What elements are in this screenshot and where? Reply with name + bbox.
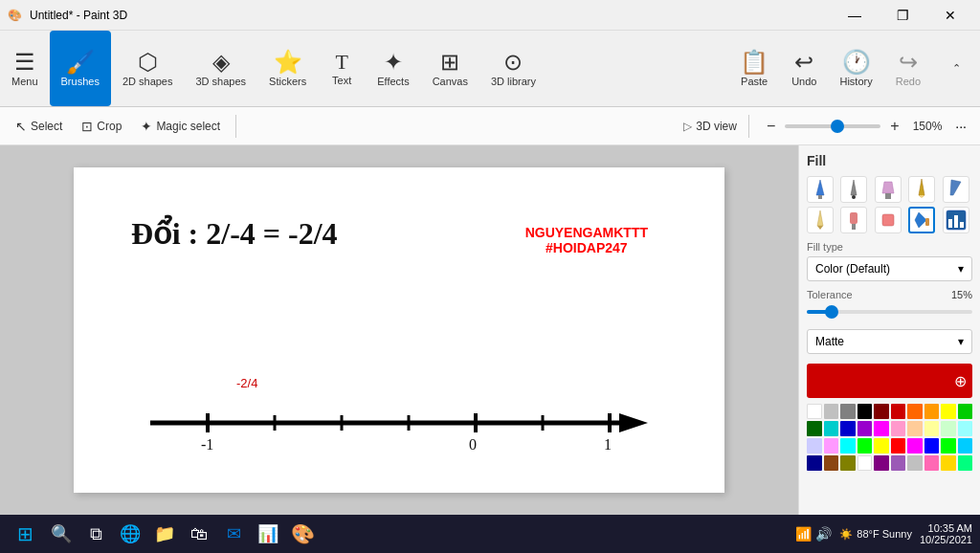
color-cell[interactable] (958, 421, 973, 436)
color-cell[interactable] (807, 404, 822, 419)
select-tool[interactable]: ↖ Select (8, 115, 70, 138)
color-cell[interactable] (840, 404, 856, 419)
color-cell[interactable] (807, 438, 822, 453)
eyedropper-button[interactable]: ⊕ (954, 372, 967, 390)
brush-oil[interactable] (807, 207, 834, 233)
color-cell[interactable] (858, 421, 873, 436)
brush-spray[interactable] (840, 207, 867, 233)
color-cell[interactable] (858, 455, 873, 471)
taskview-taskbar-icon[interactable]: ⧉ (80, 519, 111, 549)
store-taskbar-icon[interactable]: 🛍 (184, 519, 214, 549)
powerpoint-taskbar-icon[interactable]: 📊 (253, 519, 283, 549)
brush-marker[interactable] (807, 176, 834, 203)
color-cell[interactable] (941, 421, 956, 436)
mail-taskbar-icon[interactable]: ✉ (218, 519, 249, 549)
color-cell[interactable] (924, 455, 940, 471)
color-cell[interactable] (874, 421, 889, 436)
history-button[interactable]: 🕐 History (828, 31, 883, 106)
color-cell[interactable] (907, 438, 923, 453)
color-cell[interactable] (958, 404, 973, 419)
color-cell[interactable] (840, 421, 856, 436)
explorer-taskbar-icon[interactable]: 📁 (149, 519, 180, 549)
matte-select[interactable]: Matte ▾ (807, 329, 972, 354)
color-cell[interactable] (907, 404, 923, 419)
zoom-slider[interactable] (785, 124, 880, 128)
search-taskbar-icon[interactable]: 🔍 (46, 519, 77, 549)
color-cell[interactable] (807, 421, 822, 436)
text-tab[interactable]: T Text (318, 31, 366, 106)
brushes-label: Brushes (61, 76, 100, 87)
color-cell[interactable] (924, 421, 940, 436)
brush-calligraphy[interactable] (943, 176, 969, 203)
brush-fill[interactable] (908, 207, 935, 233)
tolerance-slider[interactable] (807, 304, 972, 320)
color-cell[interactable] (874, 404, 889, 419)
color-cell[interactable] (958, 455, 973, 471)
brush-pen[interactable] (840, 176, 867, 203)
color-cell[interactable] (807, 455, 822, 471)
menu-button[interactable]: ☰ Menu (0, 31, 50, 106)
minimize-button[interactable]: — (833, 0, 877, 31)
color-cell[interactable] (941, 455, 956, 471)
close-button[interactable]: ✕ (928, 0, 972, 31)
more-options-button[interactable]: ··· (949, 117, 972, 136)
magic-select-tool[interactable]: ✦ Magic select (133, 115, 228, 138)
fill-type-select[interactable]: Color (Default) ▾ (807, 256, 972, 281)
color-cell[interactable] (824, 438, 839, 453)
color-cell[interactable] (824, 421, 839, 436)
number-line-label: -2/4 (236, 376, 677, 390)
brush-pencil[interactable] (908, 176, 935, 203)
color-cell[interactable] (874, 455, 889, 471)
brush-watercolor[interactable] (875, 176, 902, 203)
color-cell[interactable] (891, 421, 906, 436)
color-cell[interactable] (858, 404, 873, 419)
color-cell[interactable] (824, 455, 839, 471)
brushes-tab[interactable]: 🖌️ Brushes (50, 31, 111, 106)
edge-taskbar-icon[interactable]: 🌐 (115, 519, 145, 549)
brush-eraser[interactable] (875, 207, 902, 233)
brush-chart[interactable] (943, 207, 969, 233)
color-cell[interactable] (840, 455, 856, 471)
color-cell[interactable] (924, 404, 940, 419)
3dshapes-tab[interactable]: ◈ 3D shapes (184, 31, 257, 106)
canvas-tab[interactable]: ⊞ Canvas (421, 31, 479, 106)
effects-tab[interactable]: ✦ Effects (366, 31, 420, 106)
zoom-out-button[interactable]: − (761, 116, 781, 137)
network-icon[interactable]: 📶 (795, 526, 812, 542)
redo-button[interactable]: ↪ Redo (884, 31, 932, 106)
color-cell[interactable] (907, 455, 923, 471)
color-cell[interactable] (874, 438, 889, 453)
brand-line2: #HOIDAP247 (525, 240, 648, 255)
canvas-area[interactable]: Đổi : 2/-4 = -2/4 NGUYENGAMKTTT #HOIDAP2… (0, 145, 798, 515)
color-cell[interactable] (907, 421, 923, 436)
start-button[interactable]: ⊞ (8, 517, 42, 551)
undo-button[interactable]: ↩ Undo (780, 31, 828, 106)
color-cell[interactable] (958, 438, 973, 453)
paint3d-taskbar-icon[interactable]: 🎨 (287, 519, 318, 549)
zoom-in-button[interactable]: + (884, 116, 904, 137)
volume-icon[interactable]: 🔊 (815, 526, 832, 542)
collapse-button[interactable]: ⌃ (932, 31, 980, 106)
3dlibrary-tab[interactable]: ⊙ 3D library (479, 31, 547, 106)
color-cell[interactable] (924, 438, 940, 453)
view3d-toggle[interactable]: ▷ 3D view (683, 120, 737, 133)
color-cell[interactable] (891, 404, 906, 419)
2dshapes-tab[interactable]: ⬡ 2D shapes (111, 31, 185, 106)
color-cell[interactable] (941, 438, 956, 453)
color-cell[interactable] (941, 404, 956, 419)
weather-display[interactable]: ☀️ 88°F Sunny (839, 528, 912, 541)
tolerance-row: Tolerance 15% (807, 289, 972, 300)
color-cell[interactable] (891, 455, 906, 471)
color-cell[interactable] (824, 404, 839, 419)
weather-icon: ☀️ (839, 528, 853, 541)
canvas-label: Canvas (433, 76, 468, 87)
color-cell[interactable] (891, 438, 906, 453)
crop-tool[interactable]: ⊡ Crop (74, 115, 129, 138)
restore-button[interactable]: ❐ (880, 0, 924, 31)
color-cell[interactable] (858, 438, 873, 453)
paste-button[interactable]: 📋 Paste (728, 31, 780, 106)
clock-display[interactable]: 10:35 AM 10/25/2021 (920, 522, 972, 545)
stickers-tab[interactable]: ⭐ Stickers (257, 31, 318, 106)
color-cell[interactable] (840, 438, 856, 453)
color-swatch-main[interactable]: ⊕ (807, 364, 972, 398)
